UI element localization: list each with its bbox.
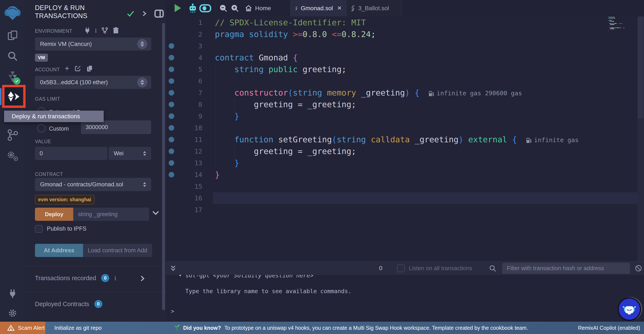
at-address-input[interactable] (83, 244, 152, 257)
copilot-toggle-icon[interactable] (199, 4, 211, 12)
panel-scrollbar[interactable] (162, 23, 165, 310)
expand-constructor-args-icon[interactable] (152, 211, 159, 215)
code-line[interactable]: 14} (166, 169, 644, 181)
code-line[interactable]: 3 (166, 40, 644, 52)
code-line[interactable]: 1// SPDX-License-Identifier: MIT (166, 17, 644, 28)
collapse-panel-icon[interactable] (142, 10, 147, 17)
custom-gas-radio[interactable] (37, 124, 45, 132)
code-line[interactable]: 7 constructor(string memory _greeting) {… (166, 87, 644, 99)
home-label: Home (255, 5, 271, 12)
solidity-file-icon (295, 5, 298, 11)
copy-account-icon[interactable] (87, 65, 93, 72)
zoom-out-icon[interactable] (219, 4, 228, 12)
listen-transactions-checkbox[interactable] (397, 265, 405, 272)
gas-estimate-annotation: infinite gas (526, 134, 579, 146)
custom-gas-input[interactable] (81, 120, 151, 134)
panel-title: DEPLOY & RUN TRANSACTIONS (35, 4, 126, 20)
code-line[interactable]: 4contract Gmonad { (166, 52, 644, 64)
constructor-args-input[interactable] (73, 208, 149, 221)
environment-info-icon[interactable]: i (95, 27, 97, 34)
deploy-button[interactable]: Deploy (35, 208, 73, 221)
code-line[interactable]: 9 } (166, 110, 644, 122)
fork-environment-icon[interactable] (101, 27, 108, 34)
pin-panel-icon[interactable] (154, 9, 164, 18)
code-line[interactable]: 17 (166, 204, 644, 216)
minimap[interactable] (608, 17, 638, 44)
terminal-search-icon[interactable] (489, 265, 497, 272)
tab-ballot-sol[interactable]: 3_Ballot.sol (346, 0, 402, 16)
gas-limit-label: GAS LIMIT (35, 96, 60, 102)
clear-filter-icon[interactable] (635, 265, 642, 272)
ai-assistant-icon[interactable] (188, 3, 197, 13)
close-tab-icon[interactable]: ✕ (337, 5, 342, 11)
deployed-contracts-label: Deployed Contracts (35, 301, 89, 308)
contract-label: CONTRACT (35, 171, 63, 177)
code-line[interactable]: 6 (166, 75, 644, 87)
editor-area: Home Gmonad.sol ✕ 3_Ballot.sol 1// SPDX-… (166, 0, 644, 322)
contract-select[interactable]: Gmonad - contracts/Gmonad.sol (35, 178, 151, 191)
code-line[interactable]: 10 (166, 122, 644, 134)
add-account-icon[interactable]: + (65, 65, 69, 72)
environment-select[interactable]: Remix VM (Cancun) (35, 37, 151, 51)
transactions-expand-icon[interactable] (140, 275, 145, 282)
status-bar: Scam Alert Initialize as git repo Did yo… (0, 322, 644, 334)
value-unit-select[interactable]: Wei (108, 147, 151, 160)
code-line[interactable]: 13 } (166, 157, 644, 169)
deployed-count-badge: 0 (94, 300, 102, 308)
tab-label: 3_Ballot.sol (358, 5, 389, 12)
plugin-manager-icon[interactable] (0, 288, 25, 299)
tab-gmonad-sol[interactable]: Gmonad.sol ✕ (290, 0, 346, 16)
activity-bar (0, 0, 25, 322)
code-line[interactable]: 2pragma solidity >=0.8.0 <=0.8.24; (166, 28, 644, 40)
file-explorer-icon[interactable] (0, 30, 25, 41)
editor-toolbar: Home Gmonad.sol ✕ 3_Ballot.sol (166, 0, 644, 16)
tab-home[interactable]: Home (245, 0, 271, 16)
evm-version-badge: evm version: shanghai (35, 195, 94, 204)
git-init-button[interactable]: Initialize as git repo (54, 322, 102, 334)
transactions-info-icon[interactable]: i (114, 275, 116, 282)
at-address-button[interactable]: At Address (35, 244, 83, 257)
transactions-recorded-row[interactable]: Transactions recorded 0 i (35, 274, 116, 282)
settings-icon[interactable] (0, 308, 25, 319)
delete-environment-icon[interactable] (113, 27, 119, 34)
run-script-icon[interactable] (175, 4, 181, 12)
remix-logo[interactable] (0, 4, 25, 22)
solidity-compiler-icon[interactable] (0, 71, 25, 83)
annotation-highlight-box (2, 85, 26, 108)
code-line[interactable]: 16 (166, 192, 644, 204)
collapse-terminal-icon[interactable] (170, 265, 176, 272)
edit-account-icon[interactable] (75, 65, 81, 72)
publish-ipfs-checkbox[interactable] (35, 225, 42, 233)
search-icon[interactable] (0, 51, 25, 62)
deploy-run-panel: DEPLOY & RUN TRANSACTIONS ENVIRONMENT i (25, 0, 166, 322)
code-editor[interactable]: 1// SPDX-License-Identifier: MIT2pragma … (166, 16, 644, 262)
plug-icon[interactable] (84, 27, 90, 34)
zoom-in-icon[interactable] (231, 4, 239, 12)
select-stepper-icon (137, 77, 147, 87)
code-line[interactable]: 8 greeting = _greeting; (166, 99, 644, 110)
account-select[interactable]: 0x5B3...eddC4 (100 ether) (35, 76, 151, 89)
deployed-contracts-row: Deployed Contracts 0 (35, 300, 102, 308)
compiler-tools-icon[interactable] (0, 150, 25, 162)
code-line[interactable]: 5 string public greeting; (166, 64, 644, 75)
editor-scrollbar-thumb[interactable] (638, 16, 644, 118)
code-line[interactable]: 12 greeting = _greeting; (166, 145, 644, 157)
code-line[interactable]: 11 function setGreeting(string calldata … (166, 134, 644, 145)
select-stepper-icon (143, 151, 146, 156)
value-label: VALUE (35, 139, 51, 144)
divider (25, 266, 166, 266)
terminal-filter-input[interactable] (502, 263, 630, 274)
copilot-status[interactable]: RemixAI Copilot (enabled) (578, 322, 640, 334)
transactions-count-badge: 0 (101, 274, 109, 282)
did-you-know-tip: Did you know? To prototype on a uniswap … (174, 322, 528, 334)
scam-alert-button[interactable]: Scam Alert (0, 322, 45, 334)
compile-check-icon (126, 10, 134, 17)
remixai-copilot-button[interactable] (618, 298, 641, 321)
terminal-header: 0 Listen on all transactions (166, 262, 644, 275)
value-input[interactable] (35, 147, 107, 160)
git-icon[interactable] (0, 129, 25, 141)
terminal-prompt[interactable]: > (171, 308, 174, 315)
code-line[interactable]: 15 (166, 181, 644, 192)
environment-label: ENVIRONMENT (35, 28, 72, 34)
compile-success-badge (13, 77, 20, 85)
